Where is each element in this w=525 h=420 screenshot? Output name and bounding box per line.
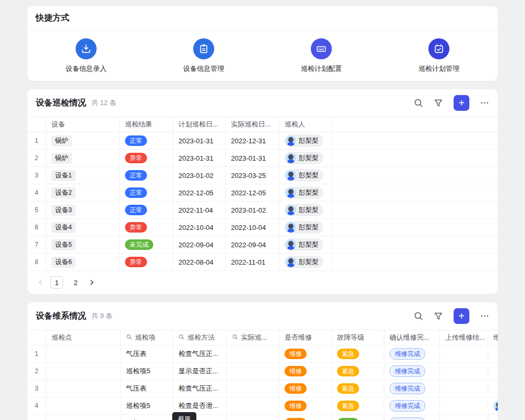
more-icon[interactable]	[480, 98, 489, 108]
table-row[interactable]: 5 设备3 正常 2022-11-04 2023-01-02 彭梨梨	[27, 202, 498, 219]
actual-date-cell[interactable]: 2022-12-05	[226, 184, 279, 202]
planned-date-cell[interactable]: 2022-11-04	[173, 202, 226, 219]
actual-cell[interactable]	[227, 363, 279, 380]
item-cell[interactable]: 气压表	[121, 380, 173, 397]
shortcut-plan-config[interactable]: 巡检计划配置	[262, 38, 380, 74]
result-cell[interactable]: 异常	[120, 150, 173, 167]
page-2-button[interactable]: 2	[69, 276, 82, 289]
shortcut-device-manage[interactable]: 设备信息管理	[145, 38, 262, 74]
table-row[interactable]: 2 巡检项5 显示是否正... 维修 紧急 维修完成	[27, 363, 498, 380]
actual-date-cell[interactable]: 2022-10-04	[226, 219, 279, 236]
shortcut-device-entry[interactable]: 设备信息录入	[27, 38, 145, 74]
inspector-cell[interactable]: 彭梨梨	[279, 236, 332, 254]
actual-cell[interactable]	[227, 380, 279, 397]
result-cell[interactable]: 正常	[120, 132, 173, 150]
result-cell[interactable]: 正常	[120, 202, 173, 219]
result-cell[interactable]: 正常	[120, 167, 173, 184]
column-header-planned-date[interactable]: 计划巡检日...	[173, 117, 226, 132]
search-icon[interactable]	[414, 98, 423, 108]
filter-icon[interactable]	[434, 311, 443, 321]
planned-date-cell[interactable]: 2023-01-31	[173, 132, 226, 150]
upload-cell[interactable]	[440, 345, 488, 363]
table-row[interactable]: 4 巡检项5 检查是否泄... 维修 紧急 维修完成	[27, 397, 498, 415]
level-cell[interactable]: 紧急	[332, 397, 384, 415]
level-cell[interactable]: 紧急	[332, 363, 384, 380]
point-cell[interactable]	[46, 345, 121, 363]
device-cell[interactable]: 设备3	[46, 202, 120, 219]
item-cell[interactable]: 巡检项5	[121, 415, 173, 420]
page-1-button[interactable]: 1	[50, 276, 63, 289]
actual-cell[interactable]	[227, 345, 279, 363]
actual-date-cell[interactable]: 2022-09-04	[226, 236, 279, 254]
shortcut-plan-manage[interactable]: 巡检计划管理	[380, 38, 498, 74]
prev-page-icon[interactable]	[37, 279, 44, 286]
add-record-button[interactable]: +	[454, 95, 469, 111]
add-record-button[interactable]: +	[454, 308, 469, 324]
table-row[interactable]: 1 锅炉 正常 2023-01-31 2022-12-31 彭梨梨	[27, 132, 498, 150]
more-icon[interactable]	[480, 311, 489, 321]
result-cell[interactable]: 异常	[120, 254, 173, 271]
column-header-result[interactable]: 巡检结果	[120, 117, 173, 132]
extra-cell[interactable]	[488, 363, 498, 380]
level-cell[interactable]: 一般	[332, 415, 384, 420]
table-row[interactable]: 5 巡检项5 显示是否正... 维修 一般 维修完成	[27, 415, 498, 420]
item-cell[interactable]: 巡检项5	[121, 363, 173, 380]
result-cell[interactable]: 未完成	[120, 236, 173, 254]
inspector-cell[interactable]: 彭梨梨	[279, 184, 332, 202]
column-header-actual[interactable]: 实际巡...	[227, 330, 279, 345]
inspector-cell[interactable]: 彭梨梨	[279, 167, 332, 184]
item-cell[interactable]: 气压表	[121, 345, 173, 363]
actual-date-cell[interactable]: 2022-12-31	[226, 132, 279, 150]
device-cell[interactable]: 锅炉	[46, 150, 120, 167]
upload-cell[interactable]	[440, 380, 488, 397]
actual-cell[interactable]	[227, 415, 279, 420]
planned-date-cell[interactable]: 2022-12-05	[173, 184, 226, 202]
method-cell[interactable]: 检查气压正...	[173, 380, 227, 397]
planned-date-cell[interactable]: 2022-09-04	[173, 236, 226, 254]
upload-cell[interactable]	[440, 415, 488, 420]
column-header-method[interactable]: 巡检方法	[173, 330, 227, 345]
filter-icon[interactable]	[434, 98, 443, 108]
point-cell[interactable]	[46, 363, 121, 380]
confirm-cell[interactable]: 维修完成	[384, 363, 440, 380]
column-header-upload[interactable]: 上传维修结...	[440, 330, 488, 345]
next-page-icon[interactable]	[88, 279, 96, 286]
column-header-item[interactable]: 巡检项	[121, 330, 173, 345]
inspector-cell[interactable]: 彭梨梨	[279, 202, 332, 219]
planned-date-cell[interactable]: 2022-10-04	[173, 219, 226, 236]
level-cell[interactable]: 紧急	[332, 345, 384, 363]
method-cell[interactable]: 显示是否正...	[173, 363, 227, 380]
device-cell[interactable]: 锅炉	[46, 132, 120, 150]
upload-cell[interactable]	[440, 363, 488, 380]
inspector-cell[interactable]: 彭梨梨	[279, 219, 332, 236]
method-cell[interactable]: 检查气压正...	[173, 345, 227, 363]
column-header-inspector[interactable]: 巡检人	[279, 117, 332, 132]
inspector-cell[interactable]: 彭梨梨	[279, 132, 332, 150]
device-cell[interactable]: 设备1	[46, 167, 120, 184]
planned-date-cell[interactable]: 2023-01-31	[173, 150, 226, 167]
table-row[interactable]: 2 锅炉 异常 2023-01-31 2023-01-31 彭梨梨	[27, 150, 498, 167]
repair-cell[interactable]: 维修	[279, 345, 332, 363]
column-header-confirm[interactable]: 确认维修完...	[384, 330, 440, 345]
actual-date-cell[interactable]: 2023-01-31	[226, 150, 279, 167]
search-icon[interactable]	[414, 311, 423, 321]
actual-cell[interactable]	[227, 397, 279, 415]
column-header-device[interactable]: 设备	[46, 117, 120, 132]
repair-cell[interactable]: 维修	[279, 380, 332, 397]
point-cell[interactable]	[46, 415, 121, 420]
inspector-cell[interactable]: 彭梨梨	[279, 254, 332, 271]
table-row[interactable]: 7 设备5 未完成 2022-09-04 2022-09-04 彭梨梨	[27, 236, 498, 254]
confirm-cell[interactable]: 维修完成	[384, 415, 440, 420]
device-cell[interactable]: 设备4	[46, 219, 120, 236]
point-cell[interactable]	[46, 380, 121, 397]
level-cell[interactable]: 紧急	[332, 380, 384, 397]
confirm-cell[interactable]: 维修完成	[384, 345, 440, 363]
column-header-extra[interactable]: 维...	[488, 330, 498, 345]
column-header-actual-date[interactable]: 实际巡检日...	[226, 117, 279, 132]
upload-cell[interactable]	[440, 397, 488, 415]
table-row[interactable]: 3 设备1 正常 2023-01-02 2023-03-25 彭梨梨	[27, 167, 498, 184]
point-cell[interactable]	[46, 397, 121, 415]
table-row[interactable]: 4 设备2 正常 2022-12-05 2022-12-05 彭梨梨	[27, 184, 498, 202]
table-row[interactable]: 1 气压表 检查气压正... 维修 紧急 维修完成	[27, 345, 498, 363]
repair-cell[interactable]: 维修	[279, 397, 332, 415]
